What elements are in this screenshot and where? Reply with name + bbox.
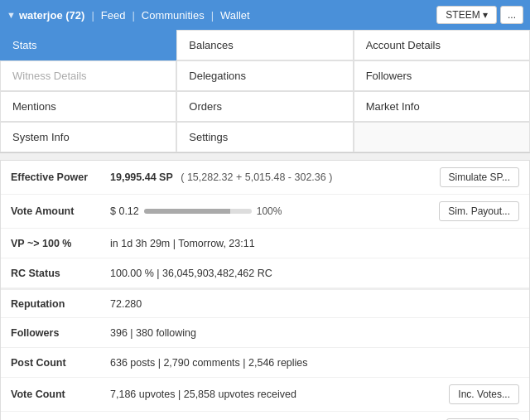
post-count-label: Post Count: [11, 357, 110, 369]
sep2: |: [132, 9, 134, 22]
rc-value: 100.00 % | 36,045,903,482,462 RC: [110, 268, 519, 279]
more-button[interactable]: ...: [500, 6, 523, 24]
menu-witness-details: Witness Details: [0, 60, 176, 91]
menu-grid: Stats Balances Account Details Witness D…: [0, 30, 530, 153]
menu-system-info[interactable]: System Info: [0, 122, 176, 152]
vp-value: in 1d 3h 29m | Tomorrow, 23:11: [110, 238, 519, 249]
nav-communities[interactable]: Communities: [142, 9, 205, 22]
brand-label: waterjoe (72): [19, 9, 84, 22]
menu-followers[interactable]: Followers: [354, 60, 530, 91]
nav-feed[interactable]: Feed: [101, 9, 126, 22]
vp-label: VP ~> 100 %: [11, 238, 110, 249]
menu-settings[interactable]: Settings: [176, 122, 353, 152]
menu-balances[interactable]: Balances: [176, 30, 353, 60]
post-count-row: Post Count 636 posts | 2,790 comments | …: [1, 348, 529, 378]
vote-count-label: Vote Count: [11, 389, 110, 400]
post-count-value: 636 posts | 2,790 comments | 2,546 repli…: [110, 357, 519, 369]
sim-payout-button[interactable]: Sim. Payout...: [439, 201, 519, 221]
menu-mentions[interactable]: Mentions: [0, 91, 176, 122]
sep1: |: [91, 9, 94, 22]
reputation-row: Reputation 72.280: [1, 288, 529, 318]
inc-votes-button[interactable]: Inc. Votes...: [449, 384, 519, 404]
effective-power-value: 19,995.44 SP ( 15,282.32 + 5,015.48 - 30…: [110, 171, 440, 183]
menu-orders[interactable]: Orders: [176, 91, 353, 122]
menu-account-details[interactable]: Account Details: [354, 30, 530, 60]
effective-power-row: Effective Power 19,995.44 SP ( 15,282.32…: [1, 161, 529, 195]
steem-button[interactable]: STEEM ▾: [436, 6, 497, 24]
followers-label: Followers: [11, 327, 110, 339]
vote-count-value: 7,186 upvotes | 25,858 upvotes received: [110, 389, 449, 400]
nav-brand: ▼ waterjoe (72): [7, 9, 84, 22]
vote-amount-row: Vote Amount $ 0.12 100% Sim. Payout...: [1, 195, 529, 229]
menu-empty: [354, 122, 530, 152]
sep3: |: [211, 9, 214, 22]
vote-slider-container: $ 0.12 100%: [110, 205, 439, 217]
nav-wallet[interactable]: Wallet: [220, 9, 250, 22]
followers-value: 396 | 380 following: [110, 327, 519, 339]
vote-count-row: Vote Count 7,186 upvotes | 25,858 upvote…: [1, 378, 529, 412]
simulate-sp-button[interactable]: Simulate SP...: [440, 167, 519, 187]
menu-market-info[interactable]: Market Info: [354, 91, 530, 122]
followers-row: Followers 396 | 380 following: [1, 318, 529, 348]
top-nav: ▼ waterjoe (72) | Feed | Communities | W…: [0, 0, 530, 30]
vp-row: VP ~> 100 % in 1d 3h 29m | Tomorrow, 23:…: [1, 229, 529, 258]
reputation-value: 72.280: [110, 298, 519, 310]
reputation-label: Reputation: [11, 298, 110, 310]
vote-slider-track[interactable]: [144, 209, 252, 214]
rc-label: RC Status: [11, 268, 110, 279]
vote-amount-label: Vote Amount: [11, 205, 110, 217]
voting-csi-row: Voting CSI 14.4 ( 0.00 % self, 96 upvote…: [1, 412, 529, 420]
vote-dollar-value: $ 0.12: [110, 205, 139, 217]
stats-section: Effective Power 19,995.44 SP ( 15,282.32…: [0, 160, 530, 420]
effective-power-label: Effective Power: [11, 171, 110, 183]
menu-stats[interactable]: Stats: [0, 30, 176, 60]
vote-percent: 100%: [257, 205, 282, 217]
menu-delegations[interactable]: Delegations: [176, 60, 353, 91]
rc-status-row: RC Status 100.00 % | 36,045,903,482,462 …: [1, 258, 529, 288]
